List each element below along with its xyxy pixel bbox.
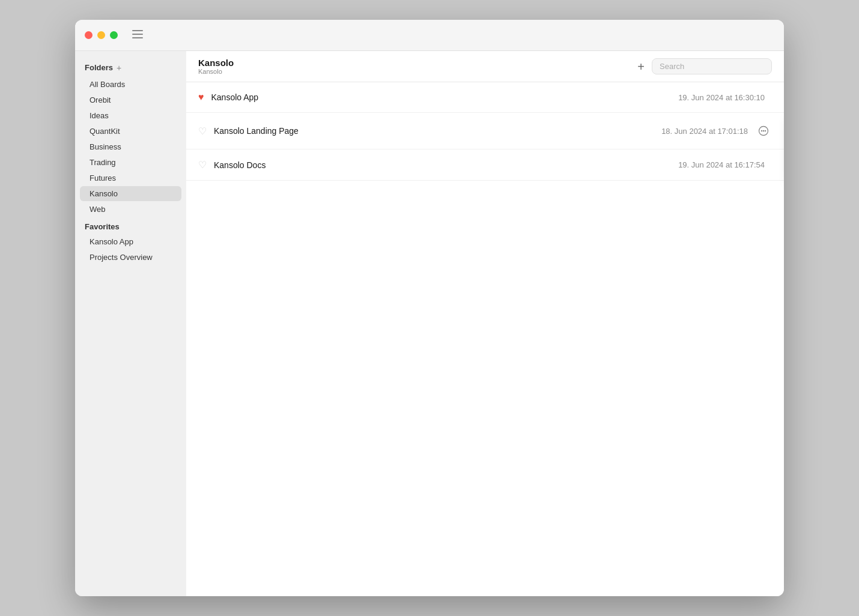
- board-item[interactable]: ♡ Kansolo Landing Page 18. Jun 2024 at 1…: [186, 113, 784, 149]
- sidebar-item-label: Ideas: [90, 111, 109, 120]
- sidebar-item-quantkit[interactable]: QuantKit: [80, 124, 181, 139]
- svg-point-5: [763, 130, 764, 131]
- sidebar-item-business[interactable]: Business: [80, 139, 181, 154]
- sidebar-item-kansolo[interactable]: Kansolo: [80, 186, 181, 201]
- board-date: 18. Jun 2024 at 17:01:18: [661, 127, 748, 136]
- sidebar-item-label: Orebit: [90, 95, 111, 104]
- board-name: Kansolo Docs: [214, 160, 678, 170]
- sidebar-toggle-icon[interactable]: [132, 30, 143, 41]
- sidebar-item-all-boards[interactable]: All Boards: [80, 77, 181, 92]
- traffic-lights: [85, 31, 118, 39]
- content-area: Kansolo Kansolo + ♥ Kansolo App 19. Jun …: [186, 51, 784, 596]
- svg-rect-1: [132, 34, 143, 35]
- heart-icon[interactable]: ♥: [198, 92, 204, 103]
- add-board-button[interactable]: +: [637, 61, 645, 73]
- titlebar: [75, 20, 784, 51]
- content-title-area: Kansolo Kansolo: [198, 58, 637, 75]
- search-input[interactable]: [660, 62, 764, 71]
- header-actions: +: [637, 58, 772, 74]
- folders-label: Folders: [85, 63, 113, 72]
- sidebar-item-projects-overview[interactable]: Projects Overview: [80, 250, 181, 265]
- maximize-button[interactable]: [110, 31, 118, 39]
- content-subtitle: Kansolo: [198, 68, 637, 75]
- sidebar-item-label: All Boards: [90, 80, 125, 89]
- sidebar-item-futures[interactable]: Futures: [80, 171, 181, 186]
- sidebar-item-label: QuantKit: [90, 127, 120, 136]
- board-date: 19. Jun 2024 at 16:30:10: [678, 93, 765, 102]
- favorites-label: Favorites: [85, 222, 120, 231]
- main-container: Folders + All Boards Orebit Ideas QuantK…: [75, 51, 784, 596]
- board-item[interactable]: ♡ Kansolo Docs 19. Jun 2024 at 16:17:54: [186, 149, 784, 181]
- sidebar-item-label: Futures: [90, 174, 116, 183]
- sidebar-item-label: Business: [90, 142, 121, 151]
- sidebar-item-label: Kansolo: [90, 189, 118, 198]
- content-header: Kansolo Kansolo +: [186, 51, 784, 82]
- favorites-section-header: Favorites: [75, 217, 186, 234]
- board-name: Kansolo App: [211, 92, 679, 102]
- svg-point-4: [761, 130, 762, 131]
- sidebar-item-kansolo-app[interactable]: Kansolo App: [80, 234, 181, 249]
- sidebar-item-trading[interactable]: Trading: [80, 155, 181, 170]
- board-list: ♥ Kansolo App 19. Jun 2024 at 16:30:10 ♡…: [186, 82, 784, 596]
- svg-rect-0: [132, 30, 143, 31]
- content-title: Kansolo: [198, 58, 637, 68]
- sidebar-item-label: Web: [90, 205, 106, 214]
- svg-rect-2: [132, 37, 143, 38]
- sidebar: Folders + All Boards Orebit Ideas QuantK…: [75, 51, 186, 596]
- sidebar-item-web[interactable]: Web: [80, 202, 181, 217]
- more-options-button[interactable]: [755, 122, 772, 139]
- board-item[interactable]: ♥ Kansolo App 19. Jun 2024 at 16:30:10: [186, 82, 784, 113]
- board-date: 19. Jun 2024 at 16:17:54: [678, 160, 765, 169]
- app-window: Folders + All Boards Orebit Ideas QuantK…: [75, 20, 784, 596]
- heart-icon[interactable]: ♡: [198, 159, 207, 171]
- sidebar-item-ideas[interactable]: Ideas: [80, 108, 181, 123]
- close-button[interactable]: [85, 31, 93, 39]
- board-name: Kansolo Landing Page: [214, 126, 661, 136]
- sidebar-item-orebit[interactable]: Orebit: [80, 92, 181, 107]
- heart-icon[interactable]: ♡: [198, 125, 207, 137]
- minimize-button[interactable]: [97, 31, 105, 39]
- sidebar-item-label: Trading: [90, 158, 116, 167]
- sidebar-item-label: Kansolo App: [90, 237, 133, 246]
- add-folder-button[interactable]: +: [117, 64, 121, 72]
- search-box[interactable]: [652, 58, 772, 74]
- folders-section-header: Folders +: [75, 61, 186, 74]
- sidebar-item-label: Projects Overview: [90, 253, 153, 262]
- svg-point-6: [765, 130, 766, 131]
